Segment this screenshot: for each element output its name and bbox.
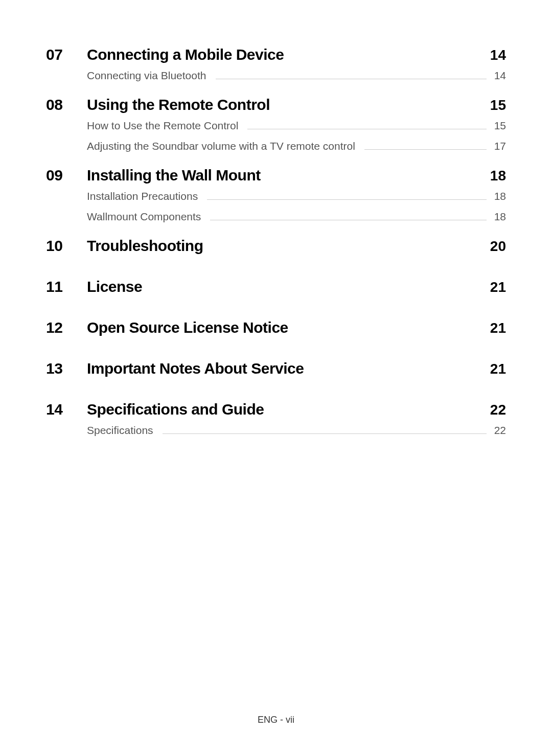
section-page: 15	[490, 97, 506, 113]
toc-sub-item: How to Use the Remote Control 15	[87, 120, 506, 132]
section-page: 22	[490, 402, 506, 418]
sub-title: Installation Precautions	[87, 190, 198, 202]
sub-title: Specifications	[87, 424, 153, 437]
sub-page: 14	[493, 70, 506, 82]
section-title: Using the Remote Control	[87, 96, 270, 113]
leader-line	[216, 79, 487, 79]
section-title-row: Specifications and Guide 22	[87, 401, 506, 418]
section-title-row: License 21	[87, 278, 506, 295]
toc-section: 08 Using the Remote Control 15	[46, 96, 506, 113]
leader-line	[163, 433, 487, 434]
toc-sub-container: Specifications 22	[87, 424, 506, 437]
toc-section: 12 Open Source License Notice 21	[46, 319, 506, 336]
sub-page: 18	[493, 190, 506, 202]
section-title-row: Using the Remote Control 15	[87, 96, 506, 113]
sub-page: 22	[493, 424, 506, 437]
sub-page: 15	[493, 120, 506, 132]
section-page: 18	[490, 168, 506, 184]
toc-sub-item: Wallmount Components 18	[87, 211, 506, 223]
section-title: License	[87, 278, 142, 295]
section-title: Specifications and Guide	[87, 401, 264, 418]
section-number: 13	[46, 360, 87, 377]
toc-sub-container: Connecting via Bluetooth 14	[87, 70, 506, 82]
section-number: 08	[46, 96, 87, 113]
sub-title: Adjusting the Soundbar volume with a TV …	[87, 140, 355, 152]
section-title-row: Installing the Wall Mount 18	[87, 167, 506, 184]
sub-title: Wallmount Components	[87, 211, 201, 223]
sub-title: Connecting via Bluetooth	[87, 70, 206, 82]
section-title: Installing the Wall Mount	[87, 167, 261, 184]
section-number: 10	[46, 237, 87, 255]
section-title: Important Notes About Service	[87, 360, 304, 377]
toc-section: 09 Installing the Wall Mount 18	[46, 167, 506, 184]
toc-sub-item: Specifications 22	[87, 424, 506, 437]
leader-line	[207, 199, 487, 200]
section-page: 21	[490, 361, 506, 377]
section-page: 14	[490, 47, 506, 63]
leader-line	[247, 129, 487, 129]
section-title-row: Open Source License Notice 21	[87, 319, 506, 336]
section-page: 21	[490, 320, 506, 336]
toc-section: 14 Specifications and Guide 22	[46, 401, 506, 418]
leader-line	[210, 220, 487, 220]
leader-line	[364, 149, 487, 150]
section-number: 07	[46, 46, 87, 63]
toc-section: 10 Troubleshooting 20	[46, 237, 506, 255]
toc-sub-item: Adjusting the Soundbar volume with a TV …	[87, 140, 506, 152]
section-title-row: Connecting a Mobile Device 14	[87, 46, 506, 63]
section-page: 20	[490, 238, 506, 255]
toc-sub-container: How to Use the Remote Control 15 Adjusti…	[87, 120, 506, 152]
section-number: 12	[46, 319, 87, 336]
sub-title: How to Use the Remote Control	[87, 120, 238, 132]
section-page: 21	[490, 279, 506, 295]
section-title: Connecting a Mobile Device	[87, 46, 284, 63]
section-title-row: Important Notes About Service 21	[87, 360, 506, 377]
toc-sub-item: Connecting via Bluetooth 14	[87, 70, 506, 82]
sub-page: 17	[493, 140, 506, 152]
section-number: 09	[46, 167, 87, 184]
toc-section: 11 License 21	[46, 278, 506, 295]
toc-section: 13 Important Notes About Service 21	[46, 360, 506, 377]
table-of-contents: 07 Connecting a Mobile Device 14 Connect…	[46, 46, 506, 451]
section-number: 11	[46, 278, 87, 295]
section-title-row: Troubleshooting 20	[87, 237, 506, 255]
section-title: Open Source License Notice	[87, 319, 288, 336]
toc-sub-item: Installation Precautions 18	[87, 190, 506, 202]
toc-section: 07 Connecting a Mobile Device 14	[46, 46, 506, 63]
section-title: Troubleshooting	[87, 237, 203, 255]
page-footer: ENG - vii	[0, 715, 552, 725]
sub-page: 18	[493, 211, 506, 223]
section-number: 14	[46, 401, 87, 418]
toc-sub-container: Installation Precautions 18 Wallmount Co…	[87, 190, 506, 223]
